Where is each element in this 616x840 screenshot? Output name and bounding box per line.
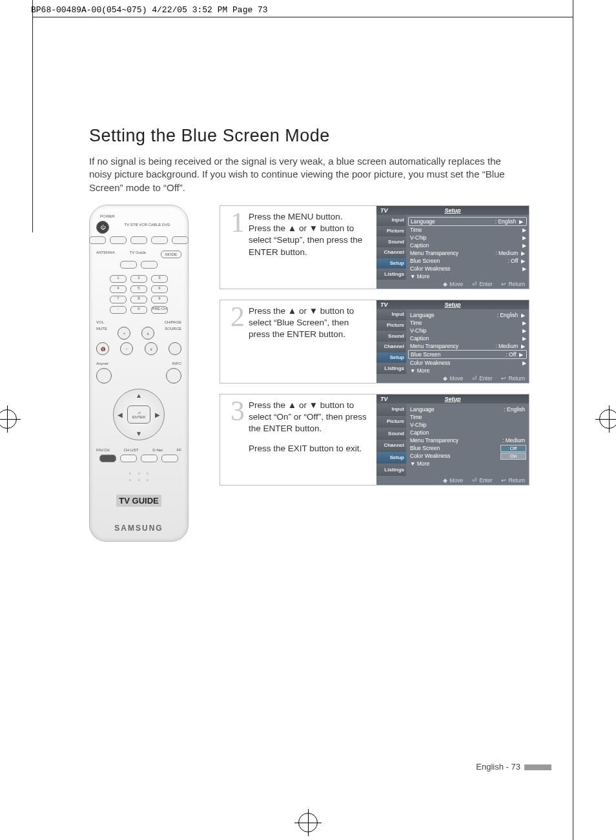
key-8: 8 — [130, 296, 147, 303]
osd-sidebar: Input Picture Sound Channel Setup Listin… — [376, 215, 406, 280]
ff-label: FF — [177, 448, 181, 452]
crop-right-line — [573, 0, 573, 840]
registration-mark-left — [0, 409, 17, 429]
step-1-number: 1 — [220, 206, 245, 289]
nav-enter: ⏎ Enter — [472, 281, 492, 287]
crop-top-line — [32, 17, 573, 17]
anynet-label: Anynet — [96, 362, 108, 365]
key-1: 1 — [110, 275, 127, 283]
steps-column: 1 Press the MENU button. Press the ▲ or … — [220, 205, 529, 496]
page-title: Setting the Blue Screen Mode — [89, 126, 330, 146]
osd-title: Setup — [376, 207, 529, 214]
vol-label: VOL — [96, 320, 104, 324]
mode-cable — [151, 236, 168, 244]
power-button: ⏻ — [96, 221, 109, 234]
step-3-number: 3 — [220, 394, 245, 485]
key-5: 5 — [130, 285, 147, 293]
step-2-text: Press the ▲ or ▼ button to select “Blue … — [245, 300, 376, 383]
brand-logo: SAMSUNG — [114, 524, 163, 533]
info-label: INFO — [172, 362, 181, 365]
osd-step-3: TVSetup InputPictureSound ChannelSetupLi… — [376, 394, 529, 485]
option-on: On — [500, 453, 526, 460]
mode-button: MODE — [161, 251, 181, 258]
step-2: 2 Press the ▲ or ▼ button to select “Blu… — [220, 300, 529, 384]
crop-left-line — [32, 0, 33, 232]
side-input: Input — [376, 215, 406, 226]
key-9: 9 — [151, 296, 168, 303]
option-off: Off — [500, 445, 526, 452]
mode-vcr — [130, 236, 147, 244]
tvguide-label: TV Guide — [130, 251, 146, 258]
remote-illustration: POWER ⏻ TV STB VCR CABLE DVD ANTENNA TV … — [89, 205, 189, 542]
osd-menu: Language: English ▶ Time▶ V-Chip▶ Captio… — [406, 215, 529, 280]
dnet-label: D-Net — [152, 448, 163, 452]
key-4: 4 — [110, 285, 127, 293]
registration-mark-right — [599, 409, 616, 429]
nav-move: ◆ Move — [443, 281, 463, 287]
vol-down: − — [120, 342, 133, 355]
tvguide-logo: TV GUIDE — [116, 495, 161, 507]
mute-label: MUTE — [96, 327, 107, 340]
antenna-label: ANTENNA — [96, 251, 115, 258]
key-dash: - — [110, 306, 127, 314]
print-header: BP68-00489A-00(054~075) 4/22/05 3:52 PM … — [31, 5, 268, 15]
down-arrow-icon: ▼ — [136, 430, 142, 437]
step-3-text: Press the ▲ or ▼ button to select “On” o… — [245, 394, 376, 485]
ch-up: ∧ — [141, 327, 154, 340]
antenna-btn — [120, 261, 137, 269]
side-picture: Picture — [376, 226, 406, 237]
chlist-btn — [120, 455, 137, 462]
key-2: 2 — [130, 275, 147, 283]
key-0: 0 — [130, 306, 147, 314]
mode-stb — [110, 236, 127, 244]
menu-btn — [96, 368, 112, 384]
side-setup: Setup — [376, 258, 406, 269]
page-footer: English - 73 — [476, 762, 551, 772]
source-label: SOURCE — [165, 327, 181, 340]
side-channel: Channel — [376, 247, 406, 258]
mode-labels: TV STB VCR CABLE DVD — [113, 221, 181, 234]
ch-down: ∨ — [145, 342, 158, 355]
footer-bar-icon — [524, 764, 551, 770]
up-arrow-icon: ▲ — [136, 392, 142, 399]
key-7: 7 — [110, 296, 127, 303]
favch-btn — [99, 455, 116, 462]
d-pad: ▲ ▼ ◀ ▶ ⏎ENTER — [113, 389, 165, 440]
osd-step-2: TVSetup InputPictureSound ChannelSetupLi… — [376, 300, 529, 383]
osd-step-1: TVSetup Input Picture Sound Channel Setu… — [376, 206, 529, 289]
dnet-btn — [141, 455, 158, 462]
favch-label: FAV.CH — [96, 448, 110, 452]
step-3: 3 Press the ▲ or ▼ button to select “On”… — [220, 394, 529, 486]
right-arrow-icon: ▶ — [155, 411, 160, 418]
step-1-text: Press the MENU button. Press the ▲ or ▼ … — [245, 206, 376, 289]
side-listings: Listings — [376, 269, 406, 280]
mute-btn: 🔇 — [96, 342, 109, 355]
step-1: 1 Press the MENU button. Press the ▲ or … — [220, 205, 529, 289]
chpage-label: CH/PAGE — [164, 320, 181, 324]
mode-tv — [89, 236, 106, 244]
ff-btn — [161, 455, 178, 462]
step-2-number: 2 — [220, 300, 245, 383]
source-btn — [169, 342, 181, 355]
intro-paragraph: If no signal is being received or the si… — [89, 155, 522, 194]
power-label: POWER — [100, 214, 115, 218]
mode-dvd — [172, 236, 189, 244]
key-prech: PRE-CH — [151, 306, 168, 314]
exit-btn — [166, 368, 181, 384]
registration-mark-bottom — [298, 813, 318, 832]
key-6: 6 — [151, 285, 168, 293]
side-sound: Sound — [376, 236, 406, 247]
key-3: 3 — [151, 275, 168, 283]
left-arrow-icon: ◀ — [118, 411, 123, 418]
nav-return: ↩ Return — [501, 281, 525, 287]
enter-button: ⏎ENTER — [127, 405, 150, 424]
vol-up: + — [118, 327, 130, 340]
tvguide-btn — [141, 261, 158, 269]
chlist-label: CH LIST — [123, 448, 138, 452]
